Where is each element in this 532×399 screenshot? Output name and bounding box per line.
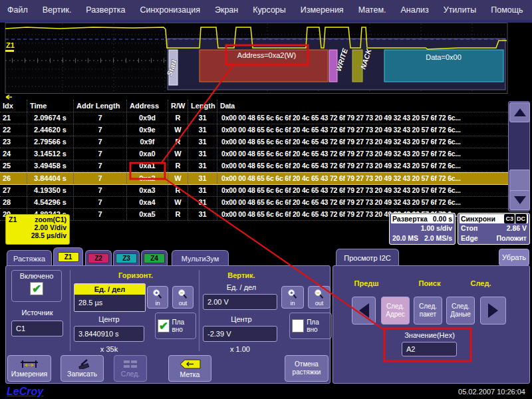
table-cell: 4.19350 s bbox=[27, 185, 73, 196]
v-zoom-in-button[interactable]: + in bbox=[281, 286, 304, 309]
next-address-button[interactable]: След. Адрес bbox=[381, 297, 410, 325]
value-hex-label: Значение(Hex) bbox=[373, 331, 486, 339]
v-zoom-out-button[interactable]: − out bbox=[308, 286, 331, 309]
measure-button[interactable]: Измерения bbox=[7, 355, 51, 382]
table-cell: 31 bbox=[188, 160, 217, 172]
enabled-group: Включено ✔ bbox=[11, 270, 62, 302]
menu-item[interactable]: Анализ bbox=[393, 5, 436, 15]
left-arrow-icon bbox=[359, 303, 369, 318]
v-center-field[interactable]: -2.39 V bbox=[203, 326, 277, 342]
table-cell: R bbox=[168, 136, 188, 148]
tab-i2c-view[interactable]: Просмотр I2C bbox=[336, 249, 399, 267]
col-header-idx: Idx bbox=[0, 100, 27, 112]
table-row[interactable]: 243.14512 s70xa0W310x00 00 48 65 6c 6c 6… bbox=[0, 148, 509, 160]
tab-z4[interactable]: Z4 bbox=[141, 250, 168, 266]
table-cell: R bbox=[168, 160, 188, 172]
tab-rastyazhka[interactable]: Растяжка bbox=[7, 250, 52, 266]
table-cell: 2.09674 s bbox=[27, 112, 73, 124]
v-smooth-label: Пла вно bbox=[307, 319, 329, 333]
record-icon bbox=[74, 359, 91, 369]
enabled-checkbox[interactable]: ✔ bbox=[30, 282, 43, 295]
v-factor-label: x 1.00 bbox=[203, 345, 277, 353]
tab-z1[interactable]: Z1 bbox=[53, 247, 83, 266]
next-segment-button[interactable]: След. bbox=[114, 355, 147, 382]
table-cell: 0x9d bbox=[126, 112, 168, 124]
source-field[interactable]: C1 bbox=[11, 321, 63, 336]
menu-item[interactable]: Файл bbox=[0, 5, 35, 15]
tag-button[interactable]: Метка bbox=[168, 355, 211, 382]
scrollbar-thumb[interactable] bbox=[509, 170, 530, 192]
menu-item[interactable]: Помощь bbox=[483, 5, 530, 15]
prev-button[interactable] bbox=[352, 297, 376, 325]
value-hex-field[interactable]: A2 bbox=[402, 342, 457, 356]
next-button[interactable] bbox=[480, 297, 506, 325]
menu-item[interactable]: Синхронизация bbox=[132, 5, 207, 15]
timebase-descriptor-box[interactable]: Развертка0.00 s 1.00 s/div 20.0 MS2.0 MS… bbox=[389, 213, 456, 245]
cancel-zoom-button[interactable]: Отмена растяжки bbox=[285, 355, 329, 382]
menu-item[interactable]: Экран bbox=[207, 5, 245, 15]
table-cell: W bbox=[168, 148, 188, 160]
v-smooth-checkbox[interactable] bbox=[292, 319, 304, 332]
horizontal-title: Горизонт. bbox=[72, 271, 199, 279]
scroll-down-button[interactable] bbox=[509, 190, 530, 210]
close-panel-button[interactable]: Убрать bbox=[499, 249, 529, 266]
menu-bar: ФайлВертик.РазверткаСинхронизацияЭкранКу… bbox=[0, 0, 532, 20]
measure-icon bbox=[19, 359, 39, 369]
z1-function: zoom(C1) bbox=[35, 215, 66, 223]
data-annotation-label: Data=0x00 bbox=[426, 53, 462, 61]
v-unit-label: Ед. / дел bbox=[201, 283, 281, 291]
check-icon: ✔ bbox=[159, 321, 168, 332]
next-data-button[interactable]: След. Даные bbox=[446, 297, 475, 325]
svg-text:−: − bbox=[317, 289, 320, 295]
table-row[interactable]: 263.84404 s70xa2W310x00 00 48 65 6c 6c 6… bbox=[0, 172, 509, 185]
trigger-descriptor-box[interactable]: Синхрони C3DC Стоп2.86 V EdgeПоложит bbox=[458, 213, 530, 245]
trigger-position-arrow bbox=[6, 95, 12, 99]
table-cell: 28 bbox=[0, 197, 27, 208]
h-smooth-checkbox[interactable]: ✔ bbox=[158, 319, 170, 332]
record-button[interactable]: Записать bbox=[61, 355, 104, 382]
v-unit-field[interactable]: 2.00 V bbox=[203, 294, 277, 310]
h-unit-group[interactable]: Ед. / дел 28.5 µs bbox=[74, 283, 146, 312]
magnifier-plus-icon: + bbox=[152, 289, 164, 299]
h-center-label: Центр bbox=[74, 315, 144, 323]
menu-item[interactable]: Матем. bbox=[351, 5, 394, 15]
table-cell: R bbox=[168, 112, 188, 124]
table-cell: R bbox=[168, 185, 188, 196]
h-zoom-out-button[interactable]: − out bbox=[172, 286, 194, 309]
h-zoom-out-label: out bbox=[179, 300, 188, 307]
table-cell: 0x9e bbox=[126, 124, 168, 136]
z1-vdiv: 2.00 V/div bbox=[9, 223, 66, 231]
table-cell: 0xa5 bbox=[126, 209, 168, 220]
table-cell: 7 bbox=[73, 112, 126, 124]
tab-z3[interactable]: Z3 bbox=[113, 250, 140, 266]
col-header-addr-length: Addr Length bbox=[73, 100, 126, 112]
next-packet-button[interactable]: След. пакет bbox=[414, 297, 442, 325]
h-smooth-label: Пла вно bbox=[172, 319, 194, 333]
menu-item[interactable]: Измерения bbox=[293, 5, 351, 15]
table-row[interactable]: 222.44620 s70x9eW310x00 00 48 65 6c 6c 6… bbox=[0, 124, 509, 136]
table-scrollbar[interactable] bbox=[508, 101, 530, 211]
table-row[interactable]: 212.09674 s70x9dR310x00 00 48 65 6c 6c 6… bbox=[0, 112, 509, 124]
tab-z2[interactable]: Z2 bbox=[85, 250, 112, 266]
table-row[interactable]: 253.49458 s70xa1R310x00 00 48 65 6c 6c 6… bbox=[0, 160, 509, 172]
menu-item[interactable]: Вертик. bbox=[35, 5, 79, 15]
table-row[interactable]: 274.19350 s70xa3R310x00 00 48 65 6c 6c 6… bbox=[0, 185, 509, 197]
h-unit-value[interactable]: 28.5 µs bbox=[74, 295, 145, 311]
menu-item[interactable]: Курсоры bbox=[245, 5, 293, 15]
h-zoom-in-button[interactable]: + in bbox=[147, 286, 168, 309]
menu-item[interactable]: Утилиты bbox=[436, 5, 484, 15]
tab-label: Растяжка bbox=[13, 255, 45, 263]
table-row[interactable]: 284.54296 s70xa4W310x00 00 48 65 6c 6c 6… bbox=[0, 197, 509, 209]
scroll-up-button[interactable] bbox=[509, 102, 530, 122]
table-cell: W bbox=[168, 173, 188, 184]
table-header: Idx Time Addr Length Address R/W Length … bbox=[0, 100, 509, 112]
table-cell: 0x00 00 48 65 6c 6c 6f 20 4c 65 43 72 6f… bbox=[217, 160, 509, 172]
tab-multizoom[interactable]: МультиЗум bbox=[172, 250, 229, 266]
table-row[interactable]: 232.79566 s70x9fR310x00 00 48 65 6c 6c 6… bbox=[0, 136, 509, 148]
col-header-data: Data bbox=[217, 100, 509, 112]
menu-item[interactable]: Развертка bbox=[78, 5, 132, 15]
trigger-title: Синхрони bbox=[461, 214, 495, 223]
z1-descriptor-box[interactable]: Z1zoom(C1) 2.00 V/div 28.5 µs/div bbox=[5, 214, 70, 245]
h-center-field[interactable]: 3.8440910 s bbox=[74, 326, 144, 342]
table-cell: 21 bbox=[0, 112, 27, 124]
